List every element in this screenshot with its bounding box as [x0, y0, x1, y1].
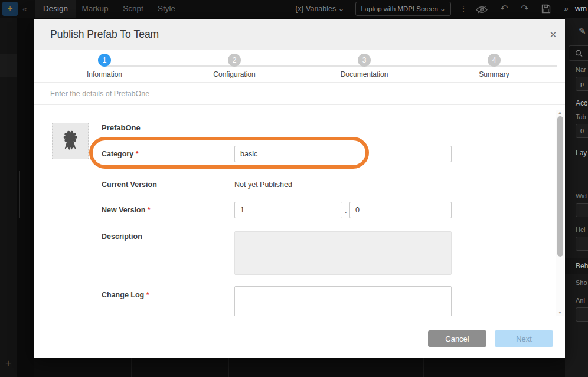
step-3-circle: 3	[358, 54, 371, 67]
cancel-button[interactable]: Cancel	[428, 330, 486, 347]
left-tree-rail	[17, 18, 34, 377]
version-major-input[interactable]	[234, 202, 342, 218]
add-page-button[interactable]: +	[0, 356, 17, 371]
step-configuration[interactable]: 2 Configuration	[199, 54, 270, 78]
expand-right-icon[interactable]: »	[562, 0, 570, 18]
prop-width-label: Wid	[576, 192, 587, 199]
new-version-label: New Version *	[102, 206, 151, 214]
canvas-grid	[34, 358, 565, 377]
dialog-title: Publish Prefab To Team	[50, 19, 159, 50]
current-version-value: Not yet Published	[234, 181, 292, 189]
prop-section-accessibility: Acc	[576, 99, 587, 107]
step-4-label: Summary	[459, 70, 530, 78]
dialog-header: Publish Prefab To Team ✕	[34, 19, 565, 50]
kebab-menu-icon[interactable]: ⋮	[459, 0, 468, 18]
collapse-left-icon[interactable]: «	[20, 0, 30, 18]
scrollbar-down-icon[interactable]: ▼	[556, 310, 564, 316]
content-scrollbar[interactable]: ▲ ▼	[556, 110, 564, 316]
prop-section-layout: Lay	[576, 149, 587, 157]
tab-design[interactable]: Design	[35, 0, 76, 18]
prop-height-input[interactable]	[576, 237, 588, 251]
current-version-label: Current Version	[102, 181, 157, 189]
prefab-thumbnail	[52, 123, 89, 159]
wizard-steps: 1 Information 2 Configuration 3 Document…	[34, 50, 565, 83]
prop-tabindex-input[interactable]: 0	[576, 124, 588, 138]
step-2-label: Configuration	[199, 70, 270, 78]
step-information[interactable]: 1 Information	[69, 54, 140, 78]
change-log-textarea[interactable]	[234, 286, 452, 316]
preview-eye-off-icon[interactable]	[476, 5, 488, 16]
device-preview-dropdown[interactable]: Laptop with MDPI Screen ⌄	[355, 2, 451, 16]
description-label: Description	[102, 232, 142, 241]
publish-prefab-dialog: Publish Prefab To Team ✕ 1 Information 2…	[34, 19, 565, 358]
prop-name-input[interactable]: p	[576, 77, 588, 91]
step-summary[interactable]: 4 Summary	[459, 54, 530, 78]
required-marker: *	[148, 206, 151, 214]
scrollbar-thumb[interactable]	[557, 116, 563, 257]
required-marker: *	[136, 150, 139, 158]
next-button[interactable]: Next	[495, 330, 553, 347]
required-marker: *	[146, 291, 149, 299]
chevron-down-icon: ⌄	[440, 5, 446, 12]
step-3-label: Documentation	[329, 70, 400, 78]
chevron-down-icon: ⌄	[338, 5, 344, 13]
prop-height-label: Hei	[576, 226, 586, 233]
tab-script[interactable]: Script	[117, 0, 149, 18]
step-1-circle: 1	[98, 54, 111, 67]
scrollbar-up-icon[interactable]: ▲	[556, 110, 564, 116]
undo-icon[interactable]: ↶	[499, 0, 509, 18]
property-search-input[interactable]	[569, 45, 588, 61]
rail-scroll-indicator	[19, 171, 20, 218]
tab-style[interactable]: Style	[152, 0, 181, 18]
dialog-subtitle: Enter the details of PrefabOne	[34, 83, 565, 105]
variables-label: {x} Variables	[295, 5, 336, 13]
description-textarea[interactable]	[234, 231, 452, 275]
prop-section-behavior: Beh	[576, 262, 588, 270]
variables-dropdown[interactable]: {x} Variables ⌄	[295, 0, 344, 18]
step-documentation[interactable]: 3 Documentation	[329, 54, 400, 78]
add-widget-button[interactable]: +	[2, 2, 18, 16]
category-input[interactable]	[234, 146, 452, 162]
prop-show-label: Sho	[576, 279, 587, 286]
prop-animation-input[interactable]	[576, 307, 588, 322]
tab-markup[interactable]: Markup	[77, 0, 113, 18]
award-ribbon-icon	[58, 129, 83, 153]
left-icon-rail: +	[0, 18, 17, 377]
step-4-circle: 4	[488, 54, 501, 67]
top-toolbar: + « Design Markup Script Style {x} Varia…	[0, 0, 588, 18]
prop-name-label: Nar	[576, 66, 586, 73]
prefab-name: PrefabOne	[102, 123, 141, 132]
save-icon[interactable]	[541, 4, 551, 16]
project-name-fragment: wm	[574, 0, 588, 18]
step-2-circle: 2	[228, 54, 241, 67]
prop-tabindex-label: Tab	[576, 113, 586, 120]
dialog-footer: Cancel Next	[34, 316, 565, 358]
pencil-icon[interactable]: ✎	[579, 26, 586, 37]
rail-panel-block	[0, 54, 17, 77]
category-label: Category *	[102, 150, 139, 158]
step-1-label: Information	[69, 70, 140, 78]
device-label: Laptop with MDPI Screen	[361, 5, 437, 12]
change-log-label: Change Log *	[102, 291, 149, 299]
redo-icon[interactable]: ↷	[520, 0, 530, 18]
dialog-content: PrefabOne Category * Current Version Not…	[34, 105, 565, 316]
prop-animation-label: Ani	[576, 297, 585, 304]
prop-width-input[interactable]	[576, 203, 588, 217]
properties-panel: ✎ Nar p Acc Tab 0 Lay Wid Hei Beh Sho An…	[565, 18, 588, 377]
search-icon	[575, 50, 583, 57]
version-separator: .	[345, 206, 347, 215]
version-minor-input[interactable]	[349, 202, 452, 218]
close-icon[interactable]: ✕	[541, 19, 565, 50]
